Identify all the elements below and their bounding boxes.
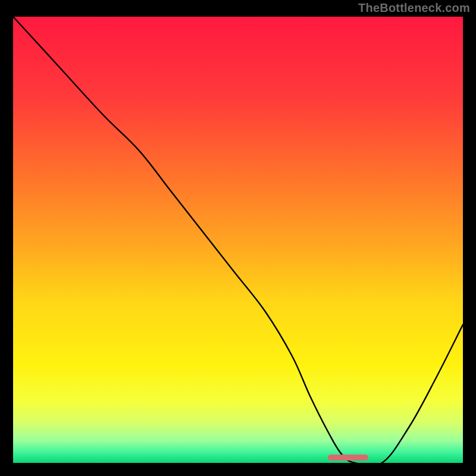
plot-svg [13,17,463,463]
gradient-rect [13,17,463,463]
optimal-marker [328,455,368,461]
watermark-text: TheBottleneck.com [358,1,470,15]
plot-area [13,17,463,463]
chart-stage: TheBottleneck.com [0,0,476,476]
